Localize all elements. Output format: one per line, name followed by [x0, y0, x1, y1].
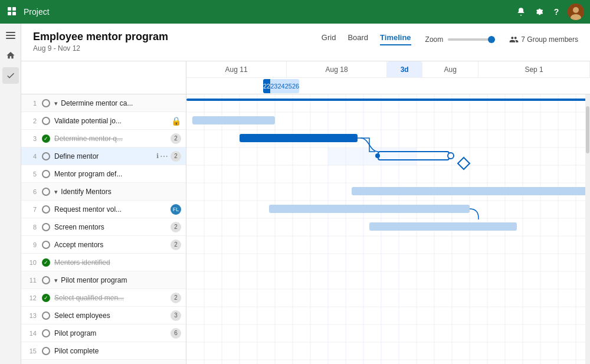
- task-row[interactable]: 11 ▾ Pilot mentor program: [21, 271, 186, 289]
- svg-point-54: [448, 153, 454, 159]
- sidebar-check-icon[interactable]: [2, 67, 19, 84]
- gantt-rows[interactable]: [186, 94, 590, 364]
- svg-rect-1: [12, 7, 16, 11]
- svg-rect-7: [6, 32, 15, 33]
- gantt-container: 1 ▾ Determine mentor ca... 2 Validate po…: [21, 61, 590, 364]
- zoom-slider[interactable]: [448, 38, 495, 41]
- project-header: Employee mentor program Aug 9 - Nov 12 G…: [21, 24, 590, 61]
- avatar[interactable]: [568, 4, 584, 20]
- assignee-avatar: FL: [171, 204, 181, 215]
- task-row[interactable]: 8 Screen mentors 2: [21, 218, 186, 236]
- day-aug24: 24: [278, 79, 285, 93]
- week-sep1: Sep 1: [478, 61, 590, 77]
- task-row[interactable]: 14 Pilot program 6: [21, 324, 186, 342]
- task-row-selected[interactable]: 4 Define mentor ℹ ⋯ 2: [21, 147, 186, 165]
- svg-rect-8: [6, 35, 15, 36]
- svg-point-5: [573, 7, 579, 13]
- view-tabs: Grid Board Timeline: [322, 33, 411, 45]
- svg-point-53: [375, 153, 380, 158]
- gantt-chart: Aug 11 Aug 18 3d Aug Sep 1: [186, 61, 590, 364]
- task-row[interactable]: 13 Select employees 3: [21, 307, 186, 324]
- task-row[interactable]: 12 ✓ Select qualified men... 2: [21, 289, 186, 307]
- app-title: Project: [24, 7, 510, 17]
- scrollbar-thumb[interactable]: [586, 106, 589, 153]
- task-row[interactable]: 1 ▾ Determine mentor ca...: [21, 94, 186, 112]
- group-members-count: 7 Group members: [521, 35, 578, 44]
- task-row[interactable]: 3 ✓ Determine mentor q... 2: [21, 130, 186, 147]
- date-weeks-row: Aug 11 Aug 18 3d Aug Sep 1: [186, 61, 590, 78]
- top-nav: Project ?: [0, 0, 590, 24]
- svg-rect-51: [240, 134, 358, 142]
- week-aug22: Aug: [422, 61, 478, 77]
- week-3d: 3d: [387, 61, 422, 77]
- task-row[interactable]: 2 Validate potential jo... 🔒: [21, 112, 186, 130]
- more-icon[interactable]: ⋯: [160, 152, 168, 161]
- header-right: Grid Board Timeline Zoom 7 Group members: [322, 31, 578, 45]
- gantt-svg: [186, 94, 590, 364]
- zoom-label: Zoom: [425, 35, 444, 44]
- svg-marker-55: [458, 158, 470, 169]
- week-aug18: Aug 18: [287, 61, 387, 77]
- task-row[interactable]: 9 Accept mentors 2: [21, 236, 186, 254]
- sidebar-menu-icon[interactable]: [2, 27, 19, 44]
- zoom-thumb[interactable]: [488, 36, 495, 43]
- group-members[interactable]: 7 Group members: [509, 35, 578, 44]
- task-row[interactable]: 15 Pilot complete: [21, 342, 186, 360]
- svg-rect-3: [12, 12, 16, 15]
- gear-icon[interactable]: [532, 5, 545, 18]
- task-row[interactable]: 6 ▾ Identify Mentors: [21, 183, 186, 201]
- svg-rect-9: [6, 38, 15, 39]
- sidebar-home-icon[interactable]: [2, 47, 19, 64]
- date-header: Aug 11 Aug 18 3d Aug Sep 1: [186, 61, 590, 94]
- task-row[interactable]: 16 ▾ Train mentors: [21, 360, 186, 364]
- task-row[interactable]: 7 Request mentor vol... FL: [21, 201, 186, 218]
- info-icon[interactable]: ℹ: [156, 152, 159, 160]
- help-icon[interactable]: ?: [550, 5, 563, 18]
- svg-rect-2: [8, 12, 11, 15]
- day-aug25: 25: [285, 79, 292, 93]
- bell-icon[interactable]: [514, 5, 527, 18]
- svg-rect-52: [378, 152, 449, 160]
- main-layout: Employee mentor program Aug 9 - Nov 12 G…: [0, 24, 590, 364]
- project-dates: Aug 9 - Nov 12: [33, 44, 168, 53]
- week-aug11: Aug 11: [186, 61, 287, 77]
- task-list: 1 ▾ Determine mentor ca... 2 Validate po…: [21, 61, 186, 364]
- task-row[interactable]: 5 Mentor program def...: [21, 165, 186, 183]
- svg-rect-56: [352, 187, 590, 195]
- svg-rect-0: [8, 7, 11, 11]
- scrollbar-track[interactable]: [585, 94, 590, 364]
- apps-icon[interactable]: [6, 5, 19, 18]
- day-aug22: 22: [263, 79, 270, 93]
- task-row[interactable]: 10 ✓ Mentors identified: [21, 254, 186, 271]
- day-aug23: 23: [270, 79, 277, 93]
- svg-rect-49: [186, 99, 590, 101]
- tab-timeline[interactable]: Timeline: [380, 33, 411, 45]
- svg-rect-50: [192, 116, 275, 124]
- project-info: Employee mentor program Aug 9 - Nov 12: [33, 31, 168, 53]
- content-area: Employee mentor program Aug 9 - Nov 12 G…: [21, 24, 590, 364]
- tab-grid[interactable]: Grid: [322, 33, 336, 45]
- svg-rect-58: [369, 222, 517, 231]
- tab-board[interactable]: Board: [348, 33, 368, 45]
- svg-rect-57: [269, 205, 470, 213]
- day-aug26: 26: [292, 79, 299, 93]
- sidebar: [0, 24, 21, 364]
- zoom-control: Zoom: [425, 35, 496, 44]
- project-title: Employee mentor program: [33, 31, 168, 43]
